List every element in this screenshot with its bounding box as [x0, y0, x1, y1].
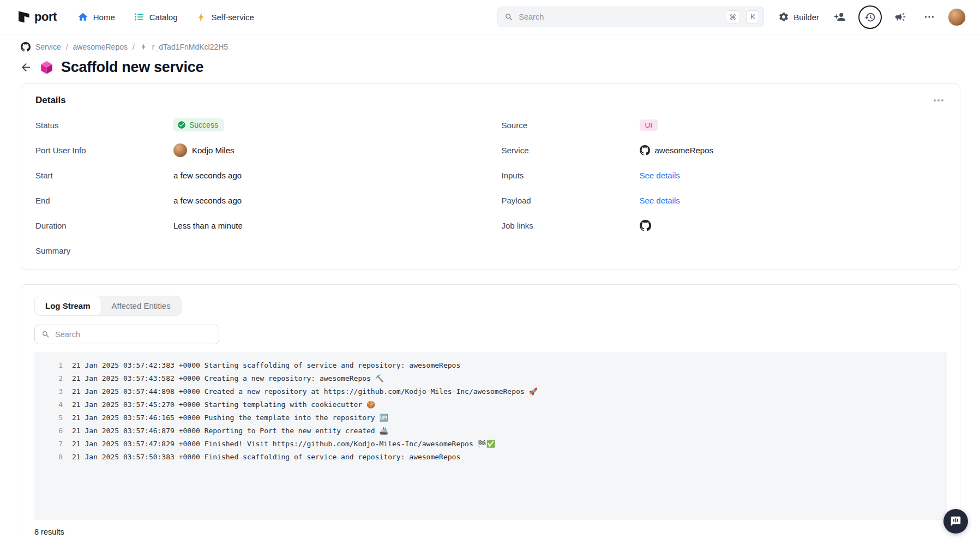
- line-number: 5: [44, 411, 63, 424]
- duration-value: Less than a minute: [173, 221, 480, 230]
- global-search[interactable]: ⌘ K: [497, 7, 764, 27]
- nav-self-service[interactable]: Self-service: [196, 12, 254, 22]
- lightning-icon: [196, 12, 206, 22]
- topbar: port Home Catalog Self-service ⌘ K: [0, 0, 980, 34]
- details-menu-button[interactable]: [931, 97, 946, 104]
- nav-home[interactable]: Home: [77, 11, 115, 22]
- detail-row-duration: Duration Less than a minute: [35, 213, 480, 238]
- user-info-avatar: [173, 143, 187, 157]
- line-text: 21 Jan 2025 03:57:43:582 +0000 Creating …: [72, 372, 384, 385]
- line-number: 3: [44, 385, 63, 398]
- breadcrumb-separator: /: [133, 43, 135, 51]
- detail-label: Start: [35, 171, 173, 180]
- announcements-button[interactable]: [890, 7, 911, 27]
- topbar-actions: Builder: [778, 5, 966, 29]
- page-header: Scaffold new service: [0, 52, 980, 77]
- line-text: 21 Jan 2025 03:57:45:270 +0000 Starting …: [72, 398, 375, 411]
- service-name[interactable]: awesomeRepos: [655, 146, 714, 155]
- status-text: Success: [189, 121, 218, 129]
- log-card: Log Stream Affected Entities 1 21 Jan 20…: [21, 284, 960, 539]
- details-card: Details Status Success Port User Info: [21, 83, 960, 270]
- catalog-icon: [134, 11, 145, 22]
- breadcrumb-service[interactable]: Service: [35, 43, 61, 51]
- log-search-input[interactable]: [55, 330, 212, 339]
- search-icon: [504, 13, 514, 22]
- detail-row-start: Start a few seconds ago: [35, 163, 480, 188]
- results-count: 8 results: [34, 528, 947, 536]
- scaffold-cube-icon: [39, 60, 54, 75]
- invite-user-button[interactable]: [829, 7, 850, 27]
- nav-catalog[interactable]: Catalog: [134, 11, 178, 22]
- detail-row-source: Source UI: [502, 112, 946, 137]
- details-right-column: Source UI Service awesomeRepos Inputs Se…: [502, 112, 946, 263]
- search-input[interactable]: [519, 13, 720, 21]
- builder-label: Builder: [793, 13, 819, 22]
- detail-label: Status: [35, 121, 173, 130]
- k-keycap: K: [746, 10, 759, 23]
- page-title: Scaffold new service: [61, 59, 203, 76]
- breadcrumb-separator: /: [66, 43, 68, 51]
- nav-catalog-label: Catalog: [149, 13, 178, 22]
- detail-label: Payload: [502, 196, 640, 205]
- main-nav: Home Catalog Self-service: [77, 11, 254, 22]
- check-circle-icon: [177, 121, 186, 129]
- line-number: 7: [44, 438, 63, 451]
- log-search[interactable]: [34, 325, 219, 344]
- detail-label: Job links: [502, 221, 640, 230]
- gear-icon: [778, 11, 789, 22]
- history-icon: [864, 11, 876, 23]
- detail-label: Inputs: [502, 171, 640, 180]
- more-options-button[interactable]: [919, 7, 940, 27]
- search-icon: [41, 330, 50, 339]
- detail-label: End: [35, 196, 173, 205]
- breadcrumb-repo[interactable]: awesomeRepos: [73, 43, 128, 51]
- chat-widget-button[interactable]: [943, 509, 968, 534]
- detail-row-user: Port User Info Kodjo Miles: [35, 137, 480, 163]
- tab-affected-entities[interactable]: Affected Entities: [101, 296, 181, 315]
- port-logo[interactable]: port: [16, 10, 57, 24]
- person-add-icon: [834, 11, 846, 23]
- detail-row-summary: Summary: [35, 238, 480, 263]
- line-text: 21 Jan 2025 03:57:46:165 +0000 Pushing t…: [72, 411, 388, 424]
- detail-row-service: Service awesomeRepos: [502, 137, 946, 163]
- log-line: 8 21 Jan 2025 03:57:50:383 +0000 Finishe…: [44, 451, 937, 464]
- detail-label: Summary: [35, 246, 173, 255]
- details-left-column: Status Success Port User Info Kodjo Mile…: [35, 112, 480, 263]
- brand-name: port: [34, 10, 57, 24]
- github-icon: [640, 145, 650, 155]
- line-text: 21 Jan 2025 03:57:47:829 +0000 Finished!…: [72, 438, 495, 451]
- run-lightning-icon: [140, 43, 147, 51]
- log-line: 1 21 Jan 2025 03:57:42:383 +0000 Startin…: [44, 359, 937, 372]
- line-number: 8: [44, 451, 63, 464]
- line-number: 6: [44, 424, 63, 438]
- start-value: a few seconds ago: [173, 171, 480, 180]
- user-avatar[interactable]: [948, 8, 966, 26]
- detail-row-job-links: Job links: [502, 213, 946, 238]
- log-line: 6 21 Jan 2025 03:57:46:879 +0000 Reporti…: [44, 424, 937, 438]
- breadcrumb: Service / awesomeRepos / r_dTad1FnMdKcl2…: [0, 34, 980, 52]
- detail-row-end: End a few seconds ago: [35, 188, 480, 213]
- user-info-name: Kodjo Miles: [192, 146, 235, 155]
- megaphone-icon: [894, 11, 906, 23]
- line-text: 21 Jan 2025 03:57:44:898 +0000 Created a…: [72, 385, 538, 398]
- line-text: 21 Jan 2025 03:57:46:879 +0000 Reporting…: [72, 424, 388, 438]
- log-tabs: Log Stream Affected Entities: [34, 296, 182, 316]
- log-line: 4 21 Jan 2025 03:57:45:270 +0000 Startin…: [44, 398, 937, 411]
- tab-log-stream[interactable]: Log Stream: [35, 296, 101, 315]
- inputs-see-details-link[interactable]: See details: [640, 171, 680, 180]
- job-link-github-icon[interactable]: [640, 220, 651, 231]
- detail-row-status: Status Success: [35, 112, 480, 137]
- back-button[interactable]: [20, 61, 32, 74]
- builder-button[interactable]: Builder: [778, 11, 819, 22]
- detail-label: Source: [502, 121, 640, 130]
- log-stream[interactable]: 1 21 Jan 2025 03:57:42:383 +0000 Startin…: [34, 352, 947, 520]
- payload-see-details-link[interactable]: See details: [640, 196, 680, 205]
- line-number: 2: [44, 372, 63, 385]
- breadcrumb-run-id: r_dTad1FnMdKcl22H5: [152, 43, 228, 51]
- ellipsis-icon: [923, 11, 935, 23]
- home-icon: [77, 11, 88, 22]
- chat-icon: [950, 516, 961, 527]
- line-text: 21 Jan 2025 03:57:42:383 +0000 Starting …: [72, 359, 460, 372]
- runs-history-button[interactable]: [858, 5, 882, 29]
- end-value: a few seconds ago: [173, 196, 480, 205]
